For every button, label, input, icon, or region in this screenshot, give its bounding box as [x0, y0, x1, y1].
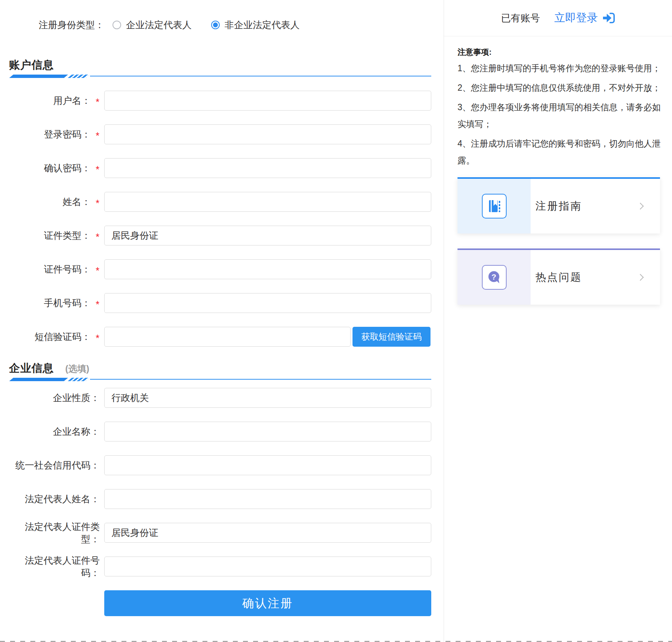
- form-row-legal-rep-name: 法定代表人姓名：: [9, 489, 444, 509]
- required-asterisk: *: [91, 262, 104, 276]
- id-type-select[interactable]: [104, 226, 431, 245]
- confirm-password-input[interactable]: [104, 158, 431, 178]
- optional-tag: (选填): [65, 363, 89, 375]
- note-item: 1、您注册时填写的手机号将作为您的登录账号使用；: [458, 60, 661, 77]
- required-asterisk: *: [91, 94, 104, 108]
- field-label: 统一社会信用代码：: [9, 459, 104, 471]
- required-asterisk: *: [91, 296, 104, 310]
- name-input[interactable]: [104, 192, 431, 212]
- form-row-phone: 手机号码： *: [9, 293, 444, 313]
- radio-unselected-icon[interactable]: [112, 21, 121, 29]
- enterprise-fields-block: 企业性质： 企业名称： 统一社会信用代码： 法定代表人姓名： 法定代表人证件类型…: [9, 388, 444, 576]
- help-cards: 注册指南 ? 热点问题: [444, 177, 672, 305]
- identity-radio-group: 企业法定代表人 非企业法定代表人: [112, 19, 300, 31]
- field-label: 企业名称：: [9, 425, 104, 438]
- form-row-enterprise-nature: 企业性质：: [9, 388, 444, 408]
- guide-book-icon: [486, 198, 502, 214]
- note-item: 3、您办理各项业务将使用填写的相关信息，请务必如实填写；: [458, 99, 661, 133]
- section-underline: [9, 377, 431, 382]
- login-header-row: 已有账号 立即登录: [444, 0, 672, 36]
- chevron-right-icon: [637, 274, 644, 281]
- info-side-panel: 已有账号 立即登录 注意事项: 1、您注册时填写的手机号将作为您的登录账号使用；…: [444, 0, 672, 642]
- underline-line: [90, 379, 431, 380]
- account-section-title: 账户信息: [9, 57, 54, 72]
- form-row-credit-code: 统一社会信用代码：: [9, 455, 444, 475]
- underline-bar: [9, 378, 68, 381]
- confirm-register-button[interactable]: 确认注册: [104, 590, 431, 616]
- form-row-legal-rep-id-number: 法定代表人证件号码：: [9, 557, 444, 576]
- hot-icon-cell: ?: [458, 250, 531, 305]
- login-now-label: 立即登录: [554, 10, 598, 25]
- field-label: 证件类型：: [9, 229, 91, 242]
- field-label: 法定代表人姓名：: [9, 493, 104, 505]
- registration-form-panel: 注册身份类型： 企业法定代表人 非企业法定代表人 账户信息 用户名：: [0, 0, 444, 642]
- required-asterisk: *: [91, 330, 104, 344]
- sms-code-input[interactable]: [104, 327, 351, 347]
- get-sms-code-button[interactable]: 获取短信验证码: [352, 327, 430, 347]
- radio-option-label: 非企业法定代表人: [225, 19, 300, 31]
- enterprise-section-header: 企业信息 (选填): [9, 361, 444, 376]
- hot-questions-card[interactable]: ? 热点问题: [458, 248, 660, 305]
- registration-page: 注册身份类型： 企业法定代表人 非企业法定代表人 账户信息 用户名：: [0, 0, 672, 642]
- form-row-legal-rep-id-type: 法定代表人证件类型：: [9, 523, 444, 543]
- radio-option-enterprise-rep[interactable]: 企业法定代表人: [112, 19, 192, 31]
- credit-code-input[interactable]: [104, 455, 431, 475]
- field-label: 企业性质：: [9, 392, 104, 404]
- radio-option-non-enterprise-rep[interactable]: 非企业法定代表人: [211, 19, 300, 31]
- enterprise-name-input[interactable]: [104, 422, 431, 441]
- required-asterisk: *: [91, 195, 104, 209]
- have-account-text: 已有账号: [501, 12, 540, 25]
- identity-type-label: 注册身份类型：: [39, 19, 104, 31]
- form-row-id-number: 证件号码： *: [9, 259, 444, 279]
- form-row-password: 登录密码： *: [9, 124, 444, 144]
- legal-rep-id-type-select[interactable]: [104, 523, 431, 543]
- note-item: 4、注册成功后请牢记您的账号和密码，切勿向他人泄露。: [458, 135, 661, 169]
- identity-type-row: 注册身份类型： 企业法定代表人 非企业法定代表人: [39, 19, 444, 31]
- radio-selected-icon[interactable]: [211, 21, 220, 29]
- account-fields-block: 用户名： * 登录密码： * 确认密码： * 姓名： * 证件类型： *: [9, 91, 444, 347]
- account-section-header: 账户信息: [9, 57, 444, 72]
- phone-input[interactable]: [104, 293, 431, 313]
- field-label: 登录密码：: [9, 128, 91, 141]
- form-row-enterprise-name: 企业名称：: [9, 422, 444, 441]
- field-label: 证件号码：: [9, 263, 91, 275]
- radio-option-label: 企业法定代表人: [126, 19, 192, 31]
- chevron-right-icon: [637, 203, 644, 210]
- form-row-username: 用户名： *: [9, 91, 444, 111]
- section-underline: [9, 74, 431, 79]
- id-number-input[interactable]: [104, 259, 431, 279]
- enterprise-section-title: 企业信息: [9, 361, 54, 376]
- field-label: 姓名：: [9, 196, 91, 208]
- login-arrow-icon: [602, 12, 615, 24]
- field-label: 法定代表人证件类型：: [9, 521, 104, 545]
- note-item: 2、您注册中填写的信息仅供系统使用，不对外开放；: [458, 79, 661, 96]
- enterprise-nature-select[interactable]: [104, 388, 431, 408]
- question-bubble-icon: ?: [486, 269, 502, 286]
- underline-stripes: [68, 378, 90, 381]
- svg-text:?: ?: [491, 272, 496, 281]
- field-label: 确认密码：: [9, 162, 91, 174]
- field-label: 法定代表人证件号码：: [9, 554, 104, 579]
- guide-icon-cell: [458, 179, 531, 233]
- legal-rep-id-number-input[interactable]: [104, 557, 431, 576]
- password-input[interactable]: [104, 124, 431, 144]
- form-row-id-type: 证件类型： *: [9, 226, 444, 245]
- guide-icon-box: [482, 194, 507, 218]
- underline-bar: [9, 75, 68, 78]
- required-asterisk: *: [91, 127, 104, 141]
- form-row-name: 姓名： *: [9, 192, 444, 212]
- notes-block: 注意事项: 1、您注册时填写的手机号将作为您的登录账号使用； 2、您注册中填写的…: [444, 36, 672, 169]
- hot-icon-box: ?: [482, 265, 507, 290]
- login-now-link[interactable]: 立即登录: [554, 10, 615, 25]
- field-label: 用户名：: [9, 94, 91, 107]
- notes-title: 注意事项:: [458, 47, 661, 57]
- underline-line: [90, 76, 431, 76]
- legal-rep-name-input[interactable]: [104, 489, 431, 509]
- register-guide-card[interactable]: 注册指南: [458, 177, 660, 233]
- underline-stripes: [68, 75, 90, 78]
- field-label: 手机号码：: [9, 297, 91, 309]
- field-label: 短信验证码：: [9, 331, 91, 343]
- username-input[interactable]: [104, 91, 431, 111]
- form-row-confirm-password: 确认密码： *: [9, 158, 444, 178]
- required-asterisk: *: [91, 161, 104, 175]
